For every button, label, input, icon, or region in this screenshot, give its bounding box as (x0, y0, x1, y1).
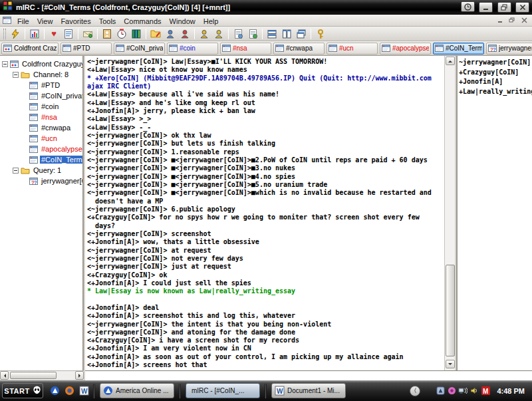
tree-item--nsa[interactable]: #nsa (0, 112, 82, 122)
timer-icon[interactable] (115, 27, 128, 41)
favorites-icon[interactable]: ♥ (47, 27, 61, 41)
mdi-close-button[interactable] (519, 16, 529, 25)
switchbar-button--ptd[interactable]: #PTD (61, 43, 112, 55)
tree-item-jerrywagner-coin-[interactable]: ??jerrywagner[CoIN] (0, 176, 82, 186)
chat-line: <+Crazyguy[CoIN]> for no spys how r we g… (87, 213, 444, 221)
send-sound-icon[interactable] (81, 27, 94, 41)
tray-chevron-button[interactable]: 〈 (410, 386, 420, 396)
remote-icon[interactable] (178, 27, 192, 41)
nick-list-item[interactable]: +Crazyguy[CoIN] (459, 68, 532, 78)
task-button-word[interactable]: WDocument1 - Mi... (271, 383, 346, 398)
timer-icon[interactable] (461, 1, 475, 12)
mdi-restore-button[interactable] (507, 16, 517, 25)
switchbar-button--cnwapa[interactable]: #cnwapa (273, 43, 325, 55)
channel-list-icon[interactable] (62, 27, 75, 41)
menu-tools[interactable]: Tools (95, 16, 120, 27)
users-edit-icon[interactable] (164, 27, 177, 41)
connect-icon[interactable] (9, 27, 22, 41)
firefox-quicklaunch-icon[interactable] (63, 385, 75, 397)
red-m-tray-icon[interactable]: M (481, 386, 490, 396)
switchbar-button-coldfront-craz-[interactable]: Coldfront Craz... (1, 43, 59, 55)
script-editor-icon (150, 29, 161, 39)
logs-icon[interactable] (246, 27, 259, 41)
tile-horizontal-icon[interactable] (265, 27, 279, 41)
status-icon (10, 61, 19, 68)
aol-quicklaunch-icon[interactable] (49, 385, 61, 397)
switchbar-label: jerrywagner[C... (499, 45, 532, 52)
address-book-icon[interactable] (100, 27, 114, 41)
blue-app-tray-icon[interactable] (436, 386, 445, 396)
toolbar-grip[interactable] (3, 29, 6, 39)
start-button[interactable]: START (2, 383, 43, 398)
folder-icon (21, 167, 30, 174)
chat-line: <+Jonofin[A]> jerry, please kick + ban l… (87, 107, 444, 115)
cascade-icon[interactable] (295, 27, 308, 41)
tree-item--coin-terms[interactable]: #CoIN_Terms (0, 154, 82, 165)
scroll-down-button[interactable] (446, 360, 455, 368)
lock-icon[interactable] (314, 27, 327, 41)
menu-window[interactable]: Window (166, 16, 200, 27)
nick-list-item[interactable]: +Law|really_writing_essay (459, 87, 532, 97)
mirc-tray-icon[interactable] (424, 386, 434, 396)
colors-icon[interactable] (130, 27, 143, 41)
user-protect-icon[interactable] (212, 27, 225, 41)
switchbar-button--apocalypse[interactable]: #apocalypse (380, 43, 431, 55)
query-icon: ?? (29, 178, 38, 185)
menu-favorites[interactable]: Favorites (57, 16, 94, 27)
switchbar-label: #ucn (339, 45, 354, 52)
pink-app-tray-icon[interactable] (447, 386, 456, 396)
task-button-aol[interactable]: America Online ... (100, 383, 174, 398)
network-tray-icon[interactable] (458, 386, 467, 396)
volume-tray-icon[interactable] (469, 386, 479, 396)
switchbar-button-jerrywagner-c-[interactable]: ??jerrywagner[C... (486, 43, 532, 55)
tree-item-coldfront-crazyguy-coin-[interactable]: Coldfront Crazyguy[CoIN] (0, 59, 82, 69)
scroll-thumb[interactable] (446, 265, 455, 356)
chat-line: doesn't have a MP (87, 198, 444, 205)
tree-item-query-1[interactable]: Query: 1 (0, 165, 82, 176)
tree-item--ucn[interactable]: #ucn (0, 133, 82, 144)
tree-expander-icon[interactable] (2, 61, 8, 67)
menu-file[interactable]: File (13, 16, 33, 27)
scroll-up-button[interactable] (446, 57, 455, 65)
tree-item-channel-8[interactable]: Channel: 8 (0, 69, 82, 80)
nick-list-item[interactable]: ~jerrywagner[CoIN] (459, 58, 532, 68)
tree-item--coin[interactable]: #coin (0, 101, 82, 112)
user-ignore-icon (199, 29, 209, 39)
notes-icon[interactable] (231, 27, 245, 41)
tile-vertical-icon[interactable] (280, 27, 293, 41)
minimize-button[interactable] (479, 2, 493, 13)
tree-horizontal-scrollbar[interactable] (0, 370, 84, 380)
switchbar-button--coin-private[interactable]: #CoIN_private (114, 43, 165, 55)
menu-help[interactable]: Help (200, 16, 223, 27)
tree-item--cnwapa[interactable]: #cnwapa (0, 122, 82, 133)
menu-commands[interactable]: Commands (120, 16, 165, 27)
switchbar-button--ucn[interactable]: #ucn (327, 43, 378, 55)
tree-expander-icon[interactable] (13, 168, 19, 174)
chat-vertical-scrollbar[interactable] (444, 56, 455, 370)
tree-item--apocalypse[interactable]: #apocalypse (0, 144, 82, 154)
scroll-left-button[interactable] (0, 371, 9, 380)
scroll-thumb[interactable] (10, 372, 57, 379)
lock-icon (315, 29, 326, 39)
switchbar-button--coin-terms[interactable]: #CoIN_Terms (433, 43, 484, 55)
task-button-label: America Online ... (116, 387, 168, 394)
close-button[interactable] (515, 2, 529, 13)
switchbar-label: #nsa (233, 45, 247, 52)
tree-item--ptd[interactable]: #PTD (0, 80, 82, 90)
tree-expander-icon[interactable] (13, 72, 19, 78)
menu-view[interactable]: View (33, 16, 57, 27)
tree-item--coin-private[interactable]: #CoIN_private (0, 90, 82, 101)
options-icon[interactable] (28, 27, 41, 41)
scroll-right-button[interactable] (75, 371, 84, 380)
word-quicklaunch-icon[interactable]: W (78, 385, 90, 397)
send-sound-icon (82, 29, 93, 39)
red-m-tray-icon: M (481, 386, 490, 395)
task-button-mirc[interactable]: mIRC - [#CoIN_... (186, 383, 260, 398)
user-ignore-icon[interactable] (198, 27, 211, 41)
switchbar-button--coin[interactable]: #coin (167, 43, 218, 55)
script-editor-icon[interactable] (149, 27, 162, 41)
mdi-minimize-button[interactable] (495, 16, 505, 25)
switchbar-button--nsa[interactable]: #nsa (220, 43, 271, 55)
nick-list-item[interactable]: +Jonofin[A] (459, 77, 532, 87)
restore-button[interactable] (497, 2, 511, 13)
